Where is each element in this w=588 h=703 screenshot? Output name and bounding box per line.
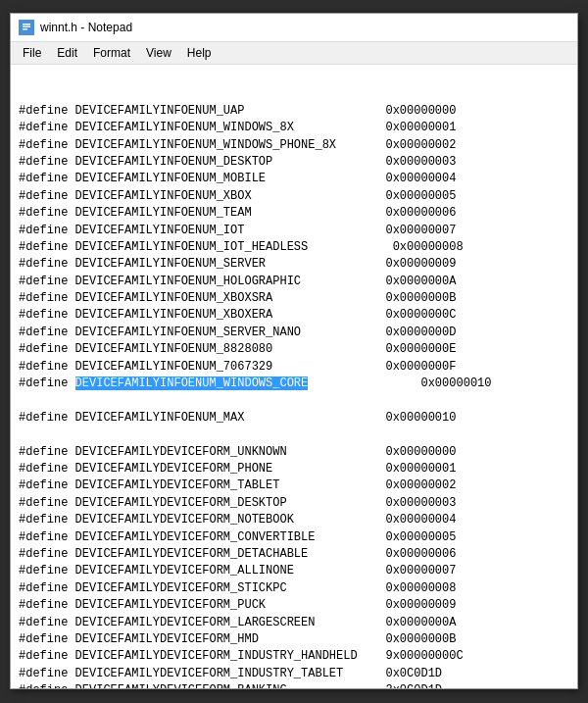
code-line: #define DEVICEFAMILYDEVICEFORM_INDUSTRY_… xyxy=(19,666,569,682)
code-line: #define DEVICEFAMILYDEVICEFORM_HMD 0x000… xyxy=(19,631,569,648)
menu-view[interactable]: View xyxy=(138,44,179,62)
menu-file[interactable]: File xyxy=(15,44,49,62)
code-line: #define DEVICEFAMILYINFOENUM_XBOXSRA 0x0… xyxy=(19,290,569,307)
code-line: #define DEVICEFAMILYINFOENUM_MAX 0x00000… xyxy=(19,410,569,427)
code-line: #define DEVICEFAMILYDEVICEFORM_DESKTOP 0… xyxy=(19,495,569,512)
menu-help[interactable]: Help xyxy=(179,44,220,62)
code-line: #define DEVICEFAMILYINFOENUM_WINDOWS_PHO… xyxy=(19,137,569,154)
code-line: #define DEVICEFAMILYDEVICEFORM_DETACHABL… xyxy=(19,546,569,563)
code-line: #define DEVICEFAMILYINFOENUM_IOT_HEADLES… xyxy=(19,239,569,256)
code-line: #define DEVICEFAMILYINFOENUM_HOLOGRAPHIC… xyxy=(19,274,569,290)
code-line: #define DEVICEFAMILYDEVICEFORM_LARGESCRE… xyxy=(19,615,569,631)
app-icon xyxy=(19,20,34,35)
code-line: #define DEVICEFAMILYINFOENUM_7067329 0x0… xyxy=(19,359,569,376)
code-line: #define DEVICEFAMILYINFOENUM_SERVER_NANO… xyxy=(19,325,569,341)
code-line: #define DEVICEFAMILYDEVICEFORM_STICKPC 0… xyxy=(19,580,569,597)
selected-text: DEVICEFAMILYINFOENUM_WINDOWS_CORE xyxy=(75,377,309,390)
code-line: #define DEVICEFAMILYDEVICEFORM_TABLET 0x… xyxy=(19,477,569,494)
code-line: #define DEVICEFAMILYDEVICEFORM_BANKING 3… xyxy=(19,682,569,688)
svg-rect-2 xyxy=(23,26,30,28)
window-title: winnt.h - Notepad xyxy=(40,21,132,34)
code-line: #define DEVICEFAMILYDEVICEFORM_CONVERTIB… xyxy=(19,529,569,546)
title-bar: winnt.h - Notepad xyxy=(11,14,577,42)
code-line: #define DEVICEFAMILYDEVICEFORM_PHONE 0x0… xyxy=(19,461,569,477)
code-line: #define DEVICEFAMILYDEVICEFORM_PUCK 0x00… xyxy=(19,597,569,614)
text-content[interactable]: #define DEVICEFAMILYINFOENUM_UAP 0x00000… xyxy=(11,65,577,688)
code-line: #define DEVICEFAMILYINFOENUM_IOT 0x00000… xyxy=(19,223,569,239)
code-line: #define DEVICEFAMILYINFOENUM_TEAM 0x0000… xyxy=(19,205,569,222)
code-line: #define DEVICEFAMILYDEVICEFORM_NOTEBOOK … xyxy=(19,512,569,528)
code-line: #define DEVICEFAMILYINFOENUM_WINDOWS_8X … xyxy=(19,120,569,136)
code-line: #define DEVICEFAMILYINFOENUM_UAP 0x00000… xyxy=(19,103,569,120)
code-line: #define DEVICEFAMILYDEVICEFORM_INDUSTRY_… xyxy=(19,648,569,665)
menu-bar: File Edit Format View Help xyxy=(11,42,577,65)
svg-rect-3 xyxy=(23,28,27,30)
code-line: #define DEVICEFAMILYINFOENUM_DESKTOP 0x0… xyxy=(19,154,569,171)
code-line: #define DEVICEFAMILYDEVICEFORM_UNKNOWN 0… xyxy=(19,444,569,461)
menu-format[interactable]: Format xyxy=(85,44,138,62)
code-line: #define DEVICEFAMILYINFOENUM_XBOXERA 0x0… xyxy=(19,307,569,324)
code-line: #define DEVICEFAMILYINFOENUM_8828080 0x0… xyxy=(19,341,569,358)
menu-edit[interactable]: Edit xyxy=(49,44,85,62)
code-line: #define DEVICEFAMILYDEVICEFORM_ALLINONE … xyxy=(19,563,569,579)
code-line: #define DEVICEFAMILYINFOENUM_XBOX 0x0000… xyxy=(19,188,569,205)
code-line: #define DEVICEFAMILYINFOENUM_SERVER 0x00… xyxy=(19,256,569,273)
svg-rect-1 xyxy=(23,24,30,25)
notepad-window: winnt.h - Notepad File Edit Format View … xyxy=(10,13,578,689)
code-line: #define DEVICEFAMILYINFOENUM_MOBILE 0x00… xyxy=(19,171,569,187)
